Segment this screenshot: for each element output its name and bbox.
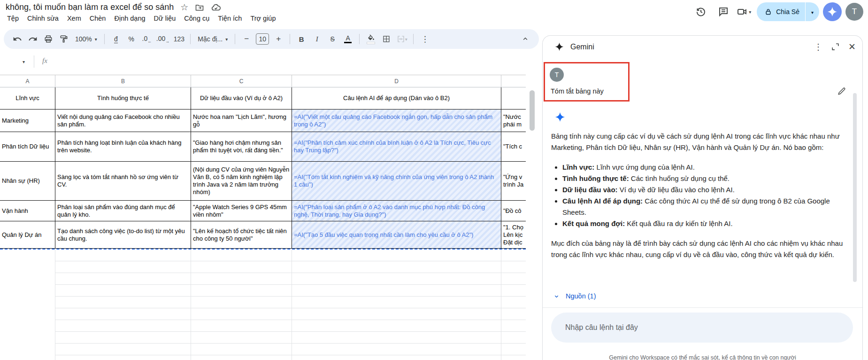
more-formats-button[interactable]: 123 [173,32,185,46]
more-toolbar-options[interactable]: ⋮ [419,32,431,46]
account-avatar[interactable]: T [845,3,863,21]
gemini-prompt-input[interactable] [564,323,840,332]
italic-button[interactable]: I [311,32,323,46]
sheet-scrollbar[interactable] [530,90,535,131]
column-header[interactable]: A [0,75,55,87]
menu-item[interactable]: Chèn [85,13,110,23]
gemini-prompt-box[interactable] [551,313,853,343]
table-header-cell[interactable]: Câu lệnh AI để áp dụng (Dán vào ô B2) [292,87,501,110]
column-header[interactable] [501,75,526,87]
menu-item[interactable]: Chỉnh sửa [23,13,63,23]
share-dropdown[interactable]: ▾ [806,8,819,16]
menu-item[interactable]: Tiện ích [214,13,246,23]
gemini-more-options[interactable]: ⋮ [814,42,822,52]
table-header-cell[interactable]: Lĩnh vực [0,87,55,110]
menu-item[interactable]: Xem [63,13,85,23]
increase-font-size-button[interactable]: + [272,32,284,46]
table-header-cell[interactable]: Tình huống thực tế [55,87,191,110]
menu-item[interactable]: Công cụ [180,13,214,23]
format-percent-button[interactable]: % [125,32,138,46]
sources-toggle[interactable]: Nguồn (1) [553,292,596,300]
response-bullet: Câu lệnh AI để áp dụng: Các công thức AI… [562,196,853,218]
borders-button[interactable] [380,32,392,46]
menu-item[interactable]: Trợ giúp [246,13,280,23]
cell-input-example[interactable]: "Apple Watch Series 9 GPS 45mm viền nhôm… [191,201,292,221]
strikethrough-button[interactable]: S [326,32,338,46]
fill-bucket-icon [367,34,375,42]
cell-input-example[interactable]: "Giao hàng hơi chậm nhưng sản phẩm thì t… [191,132,292,162]
cell-expected-result[interactable]: "Ứng v trình Ja [501,162,526,201]
increase-decimals-button[interactable]: .00→ [156,32,169,46]
doc-title[interactable]: không, tôi muốn bạn làm ra excel để so s… [6,2,174,12]
cell-input-example[interactable]: (Nội dung CV của ứng viên Nguyễn Văn B, … [191,162,292,201]
chevron-down-icon [553,293,560,300]
star-icon[interactable]: ☆ [180,2,188,13]
cell-input-example[interactable]: Nước hoa nam "Lịch Lãm", hương gỗ [191,110,292,132]
formula-bar-divider [34,55,34,68]
paint-format-button[interactable] [58,32,70,46]
menu-item[interactable]: Tệp [3,13,23,23]
print-button[interactable] [42,32,54,46]
expand-panel-icon[interactable] [831,42,840,51]
fx-icon: fx [42,57,47,65]
column-headers: ABCD [0,75,526,87]
cell-situation[interactable]: Sàng lọc và tóm tắt nhanh hồ sơ ứng viên… [55,162,191,201]
text-color-swatch [344,42,352,43]
redo-button[interactable] [27,32,39,46]
zoom-select[interactable]: 100%▾ [73,32,99,46]
cell-ai-formula[interactable]: =AI("Tạo 5 đầu việc quan trọng nhất cần … [292,221,501,249]
column-header[interactable]: C [191,75,292,87]
version-history-icon[interactable] [691,2,710,21]
table-header-cell[interactable] [501,87,526,110]
response-bullet: Tình huống thực tế: Các tình huống sử dụ… [562,173,853,184]
formula-bar[interactable]: ▾ fx [0,49,526,75]
response-bullet: Lĩnh vực: Lĩnh vực ứng dụng của lệnh AI. [562,162,853,173]
name-box-dropdown[interactable]: ▾ [23,59,25,64]
cell-category[interactable]: Quản lý Dự án [0,221,55,249]
cell-situation[interactable]: Phân tích hàng loạt bình luận của khách … [55,132,191,162]
edit-prompt-icon[interactable] [837,86,846,98]
cell-category[interactable]: Marketing [0,110,55,132]
cell-ai-formula[interactable]: =AI("Tóm tắt kinh nghiệm và kỹ năng chín… [292,162,501,201]
cell-ai-formula[interactable]: =AI("Phân tích cảm xúc chính của bình lu… [292,132,501,162]
cell-expected-result[interactable]: "Nước phái m [501,110,526,132]
share-button[interactable]: Chia Sẻ ▾ [757,2,819,21]
menu-item[interactable]: Dữ liệu [150,13,180,23]
cell-expected-result[interactable]: "Tích c [501,132,526,162]
empty-cells-area[interactable] [0,250,526,360]
close-panel-icon[interactable]: ✕ [848,41,856,52]
decrease-font-size-button[interactable]: − [240,32,253,46]
cell-situation[interactable]: Tạo danh sách công việc (to-do list) từ … [55,221,191,249]
text-color-button[interactable]: A [342,32,354,46]
cell-situation[interactable]: Phân loại sản phẩm vào đúng danh mục để … [55,201,191,221]
column-header[interactable]: D [292,75,501,87]
share-label: Chia Sẻ [776,8,799,16]
undo-button[interactable] [11,32,23,46]
decrease-decimals-button[interactable]: .0← [141,32,153,46]
cell-ai-formula[interactable]: =AI("Phân loại sản phẩm ở ô A2 vào danh … [292,201,501,221]
cell-situation[interactable]: Viết nội dung quảng cáo Facebook cho nhi… [55,110,191,132]
chevron-down-icon: ▾ [749,9,751,15]
cell-ai-formula[interactable]: =AI("Viết một câu quảng cáo Facebook ngắ… [292,110,501,132]
format-currency-button[interactable]: đ [110,32,122,46]
gemini-scrollbar[interactable] [853,93,857,282]
cell-category[interactable]: Phân tích Dữ liệu [0,132,55,162]
column-header[interactable]: B [55,75,191,87]
table-header-cell[interactable]: Dữ liệu đầu vào (Ví dụ ở ô A2) [191,87,292,110]
bold-button[interactable]: B [295,32,307,46]
gemini-button[interactable] [823,2,842,21]
cell-input-example[interactable]: "Lên kế hoạch tổ chức tiệc tất niên cho … [191,221,292,249]
comments-icon[interactable] [714,2,733,21]
hide-toolbar-button[interactable] [519,32,531,46]
cell-expected-result[interactable]: "Đồ cô [501,201,526,221]
font-size-input[interactable]: 10 [256,33,269,45]
gemini-title: Gemini [570,43,594,51]
cell-category[interactable]: Vận hành [0,201,55,221]
fill-color-button[interactable] [365,32,377,46]
menu-item[interactable]: Định dạng [110,13,149,23]
cell-category[interactable]: Nhân sự (HR) [0,162,55,201]
meet-button[interactable]: ▾ [737,6,753,17]
font-select[interactable]: Mặc đị...▾ [196,32,230,46]
cell-expected-result[interactable]: "1. Chọ Lên kịc Đặt dịc [501,221,526,249]
move-folder-icon[interactable] [195,3,204,12]
